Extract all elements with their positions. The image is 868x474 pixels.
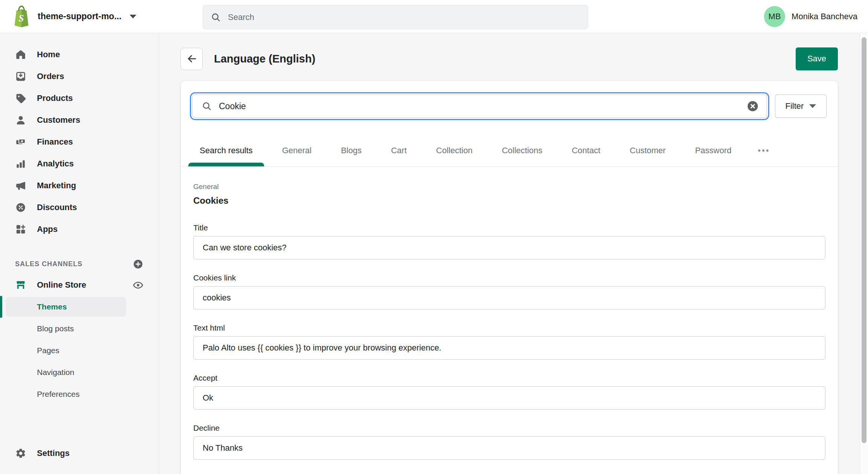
topbar: S theme-support-mo... MB Monika Bancheva <box>0 0 868 33</box>
orders-icon <box>15 71 26 82</box>
banknotes-icon <box>15 136 26 148</box>
sidebar-item-label: Pages <box>37 346 60 355</box>
tab-customer[interactable]: Customer <box>619 135 677 166</box>
sidebar-item-settings[interactable]: Settings <box>0 442 158 464</box>
person-icon <box>15 114 26 126</box>
sidebar-item-apps[interactable]: Apps <box>0 218 159 240</box>
sales-channels-label: SALES CHANNELS <box>15 260 83 268</box>
svg-text:S: S <box>19 13 24 23</box>
scrollbar-thumb[interactable] <box>862 37 866 443</box>
global-search-input[interactable] <box>227 12 580 23</box>
field-title: Title <box>193 223 825 259</box>
tab-password[interactable]: Password <box>684 135 743 166</box>
store-name[interactable]: theme-support-mo... <box>38 11 121 21</box>
apps-grid-icon <box>15 224 26 235</box>
tab-bar: Search results General Blogs Cart Collec… <box>181 135 838 167</box>
sidebar-item-pages[interactable]: Pages <box>0 340 159 361</box>
sidebar-item-navigation[interactable]: Navigation <box>0 361 159 383</box>
megaphone-icon <box>15 180 26 191</box>
save-button[interactable]: Save <box>796 47 838 70</box>
sidebar-item-label: Analytics <box>37 159 74 169</box>
decline-input[interactable] <box>193 436 825 460</box>
translation-form: General Cookies Title Cookies link Text … <box>181 183 838 460</box>
sidebar-item-orders[interactable]: Orders <box>0 66 159 87</box>
section-heading: Cookies <box>193 195 825 206</box>
sidebar-item-label: Preferences <box>37 390 79 399</box>
field-accept: Accept <box>193 373 825 410</box>
tab-blogs[interactable]: Blogs <box>330 135 373 166</box>
avatar[interactable]: MB <box>764 6 785 27</box>
field-decline: Decline <box>193 424 825 460</box>
sidebar-item-analytics[interactable]: Analytics <box>0 153 159 175</box>
filter-label: Filter <box>785 101 804 111</box>
sidebar-item-label: Settings <box>37 448 70 458</box>
sidebar-item-label: Products <box>37 93 73 103</box>
sidebar-item-label: Blog posts <box>37 324 74 333</box>
active-indicator-bar <box>0 296 2 318</box>
sidebar-item-discounts[interactable]: Discounts <box>0 197 159 218</box>
field-label: Text html <box>193 323 825 332</box>
back-button[interactable] <box>180 48 203 70</box>
sidebar-item-label: Orders <box>37 72 64 81</box>
gear-icon <box>15 448 26 459</box>
search-icon <box>202 101 212 111</box>
field-label: Accept <box>193 373 825 383</box>
add-sales-channel-button[interactable] <box>133 259 144 270</box>
text-html-input[interactable] <box>193 336 825 360</box>
sidebar-item-online-store[interactable]: Online Store <box>0 274 159 296</box>
field-label: Decline <box>193 424 825 433</box>
sidebar-item-label: Themes <box>37 302 67 311</box>
tab-general[interactable]: General <box>271 135 323 166</box>
language-editor-card: Filter Search results General Blogs Cart… <box>181 81 838 474</box>
filter-button[interactable]: Filter <box>775 94 827 118</box>
scrollbar-track <box>860 33 868 474</box>
user-name: Monika Bancheva <box>792 12 857 21</box>
sidebar-item-label: Online Store <box>37 280 86 290</box>
sidebar-item-finances[interactable]: Finances <box>0 131 159 153</box>
sidebar-item-themes[interactable]: Themes <box>0 296 159 318</box>
page-title: Language (English) <box>214 53 315 65</box>
field-label: Title <box>193 223 825 232</box>
tab-collections[interactable]: Collections <box>491 135 554 166</box>
sidebar-item-label: Discounts <box>37 203 77 212</box>
main-content: Language (English) Save <box>159 33 868 474</box>
bar-chart-icon <box>15 158 26 169</box>
field-label: Cookies link <box>193 273 825 282</box>
sidebar-item-customers[interactable]: Customers <box>0 109 159 131</box>
tab-search-results[interactable]: Search results <box>188 135 264 166</box>
tabs-more-button[interactable]: ••• <box>750 135 778 166</box>
sidebar-item-blog-posts[interactable]: Blog posts <box>0 318 159 340</box>
shopify-logo-icon[interactable]: S <box>9 4 34 29</box>
field-cookies-link: Cookies link <box>193 273 825 309</box>
tab-collection[interactable]: Collection <box>425 135 484 166</box>
sidebar-item-label: Home <box>37 50 60 59</box>
field-text-html: Text html <box>193 323 825 360</box>
sidebar-item-label: Finances <box>37 137 73 147</box>
cookies-link-input[interactable] <box>193 286 825 309</box>
storefront-icon <box>15 279 26 291</box>
sidebar-item-marketing[interactable]: Marketing <box>0 175 159 197</box>
chevron-down-icon <box>809 104 816 108</box>
discount-badge-icon <box>15 202 26 213</box>
tab-cart[interactable]: Cart <box>380 135 418 166</box>
main-nav: Home Orders <box>0 33 159 240</box>
page-header: Language (English) Save <box>180 47 838 70</box>
sidebar: Home Orders <box>0 33 159 474</box>
search-icon <box>211 12 221 23</box>
view-store-eye-icon[interactable] <box>133 280 144 291</box>
sidebar-item-home[interactable]: Home <box>0 44 159 66</box>
global-search[interactable] <box>203 5 588 29</box>
sidebar-item-preferences[interactable]: Preferences <box>0 383 159 405</box>
sidebar-item-label: Apps <box>37 224 58 234</box>
accept-input[interactable] <box>193 386 825 410</box>
sidebar-item-products[interactable]: Products <box>0 87 159 109</box>
tab-contact[interactable]: Contact <box>561 135 612 166</box>
title-input[interactable] <box>193 236 825 259</box>
clear-search-button[interactable] <box>746 100 759 113</box>
store-menu-caret-icon[interactable] <box>130 15 136 18</box>
user-menu[interactable]: MB Monika Bancheva <box>764 6 868 27</box>
translation-search-field[interactable] <box>192 94 767 118</box>
translation-search-input[interactable] <box>218 101 746 112</box>
shopify-admin-screen: S theme-support-mo... MB Monika Bancheva <box>0 0 868 474</box>
sales-channels-header: SALES CHANNELS <box>0 254 159 274</box>
